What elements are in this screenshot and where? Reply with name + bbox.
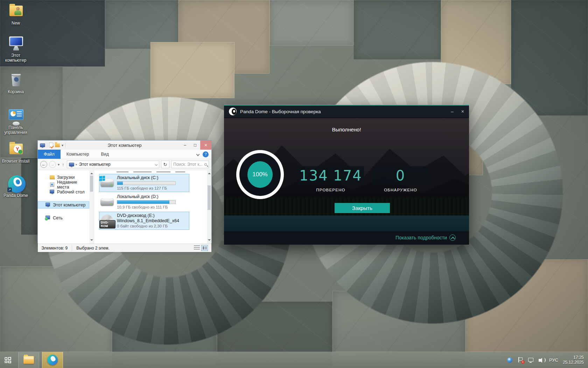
action-center-flag-icon[interactable]: × bbox=[518, 357, 524, 363]
address-dropdown-icon[interactable] bbox=[155, 163, 158, 165]
history-dropdown-icon[interactable]: ▾ bbox=[58, 163, 59, 166]
system-menu-icon[interactable] bbox=[40, 143, 45, 147]
new-folder-icon[interactable] bbox=[55, 143, 60, 147]
divider bbox=[47, 143, 47, 148]
quick-access-toolbar: ▾ bbox=[40, 143, 65, 148]
taskbar-file-explorer-button[interactable] bbox=[18, 352, 39, 368]
windows-logo-icon bbox=[5, 357, 11, 363]
network-tray-icon[interactable] bbox=[528, 357, 534, 363]
scroll-down-icon[interactable] bbox=[90, 239, 93, 242]
navigation-pane: Загрузки Недавние места Рабочий стол Это… bbox=[38, 170, 94, 244]
help-button[interactable]: ? bbox=[203, 151, 209, 157]
tab-file[interactable]: Файл bbox=[38, 150, 61, 159]
panda-titlebar: Panda Dome - Выборочная проверка – × bbox=[224, 105, 469, 117]
taskbar-clock[interactable]: 17:25 25.12.2025 bbox=[563, 355, 584, 365]
desktop-icon-control-panel[interactable]: Панель управления bbox=[1, 107, 31, 135]
start-button[interactable] bbox=[0, 352, 15, 368]
browser-folder-icon: Y bbox=[7, 141, 25, 158]
panda-logo-icon bbox=[229, 108, 237, 115]
desktop-icon-new[interactable]: New bbox=[1, 3, 31, 26]
drive-free-space: 115 ГБ свободно из 127 ГБ bbox=[117, 186, 189, 191]
properties-icon[interactable] bbox=[49, 143, 53, 148]
nav-scrollbar[interactable] bbox=[89, 170, 94, 244]
back-button[interactable]: ← bbox=[40, 161, 47, 168]
this-pc-icon bbox=[46, 203, 51, 207]
explorer-titlebar: Этот компьютер ▾ – □ × bbox=[38, 141, 211, 150]
desktop-icon-browser-install[interactable]: Y Browser Install bbox=[1, 141, 31, 164]
drive-row-d[interactable]: Локальный диск (D:) 10,9 ГБ свободно из … bbox=[99, 193, 189, 211]
ribbon-expand-icon[interactable] bbox=[196, 152, 200, 156]
taskbar-panda-dome-button[interactable] bbox=[42, 352, 63, 368]
nav-item-label: Рабочий стол bbox=[57, 190, 84, 195]
disk-usage-fill bbox=[117, 182, 123, 185]
panda-scan-result-panel: Выполнено! 100% 134 174 ПРОВЕРЕНО 0 ОБНА… bbox=[224, 118, 469, 231]
nav-item-network[interactable]: Сеть bbox=[38, 214, 89, 222]
panda-window-title: Panda Dome - Выборочная проверка bbox=[240, 109, 321, 114]
details-view-icon[interactable] bbox=[194, 245, 200, 251]
search-input[interactable]: Поиск: Этот к... bbox=[171, 161, 209, 168]
breadcrumb[interactable]: Этот компьютер bbox=[79, 162, 111, 167]
close-button[interactable]: × bbox=[200, 141, 211, 150]
user-folder-icon bbox=[7, 3, 25, 20]
content-scrollbar[interactable] bbox=[207, 170, 211, 244]
panda-tray-icon[interactable] bbox=[507, 357, 513, 363]
explorer-main: Загрузки Недавние места Рабочий стол Это… bbox=[38, 170, 211, 244]
scrollbar-thumb[interactable] bbox=[90, 176, 93, 192]
explorer-window: Этот компьютер ▾ – □ × Файл Компьютер Ви… bbox=[37, 140, 212, 243]
hard-drive-icon bbox=[99, 176, 115, 190]
qat-dropdown-icon[interactable]: ▾ bbox=[62, 143, 63, 147]
detected-label: ОБНАРУЖЕНО bbox=[372, 188, 429, 192]
desktop-icon-label: Panda Dome bbox=[1, 193, 31, 198]
desktop-icon-panda-dome[interactable]: ↗ Panda Dome bbox=[1, 175, 31, 198]
scanned-value: 134 174 bbox=[299, 168, 362, 184]
divider bbox=[65, 143, 65, 148]
shortcut-arrow-icon: ↗ bbox=[7, 188, 12, 192]
downloads-folder-icon bbox=[50, 175, 55, 179]
scroll-up-icon[interactable] bbox=[90, 171, 93, 174]
scan-close-button[interactable]: Закрыть bbox=[335, 203, 390, 213]
address-bar[interactable]: ▸ Этот компьютер bbox=[67, 161, 159, 168]
minimize-button[interactable]: – bbox=[180, 141, 190, 150]
scrollbar-thumb[interactable] bbox=[208, 185, 211, 210]
drive-row-dvd[interactable]: DVD-ROM DVD-дисковод (E:) Windows_8.1_Em… bbox=[99, 212, 189, 230]
scroll-up-icon[interactable] bbox=[208, 171, 211, 174]
drive-name: Локальный диск (C:) bbox=[117, 175, 189, 180]
refresh-button[interactable]: ↻ bbox=[161, 161, 169, 168]
panda-dome-icon bbox=[47, 355, 58, 365]
volume-tray-icon[interactable] bbox=[539, 357, 545, 363]
breadcrumb-arrow-icon[interactable]: ▸ bbox=[76, 163, 78, 166]
show-details-link[interactable]: Показать подробности bbox=[396, 234, 456, 241]
language-indicator[interactable]: РУС bbox=[549, 357, 558, 363]
maximize-button[interactable]: □ bbox=[190, 141, 200, 150]
nav-item-label: Загрузки bbox=[57, 175, 75, 180]
taskbar: × РУС 17:25 25.12.2025 bbox=[0, 352, 588, 368]
desktop-icon-this-pc[interactable]: Этот компьютер bbox=[1, 35, 31, 63]
this-pc-icon bbox=[69, 163, 74, 166]
forward-button[interactable]: → bbox=[49, 161, 56, 168]
scanned-card: 134 174 bbox=[298, 166, 364, 185]
nav-item-desktop[interactable]: Рабочий стол bbox=[38, 188, 89, 196]
desktop-folder-icon bbox=[50, 190, 55, 194]
tab-computer[interactable]: Компьютер bbox=[61, 150, 95, 159]
nav-item-label: Сеть bbox=[53, 216, 63, 220]
tab-view[interactable]: Вид bbox=[95, 150, 115, 159]
clock-time: 17:25 bbox=[563, 355, 584, 360]
nav-item-recent-places[interactable]: Недавние места bbox=[38, 181, 89, 188]
nav-item-label: Этот компьютер bbox=[53, 203, 85, 207]
thumbnails-view-icon[interactable] bbox=[201, 245, 208, 251]
scroll-down-icon[interactable] bbox=[208, 239, 211, 242]
drive-row-c[interactable]: Локальный диск (C:) 115 ГБ свободно из 1… bbox=[99, 174, 189, 192]
up-button[interactable]: ↑ bbox=[61, 162, 65, 167]
network-icon bbox=[46, 216, 51, 220]
error-badge: × bbox=[521, 360, 525, 364]
status-item-count: Элементов: 9 bbox=[41, 246, 72, 251]
scan-complete-heading: Выполнено! bbox=[224, 127, 469, 132]
clock-date: 25.12.2025 bbox=[563, 360, 584, 365]
windows-logo-icon bbox=[99, 176, 105, 181]
nav-item-this-pc[interactable]: Этот компьютер bbox=[38, 201, 89, 209]
panda-minimize-button[interactable]: – bbox=[451, 109, 454, 114]
desktop-icon-label: Панель управления bbox=[1, 125, 31, 135]
panda-close-button[interactable]: × bbox=[461, 109, 464, 114]
desktop-icon-recycle-bin[interactable]: Корзина bbox=[1, 71, 31, 94]
computer-icon bbox=[7, 35, 25, 52]
